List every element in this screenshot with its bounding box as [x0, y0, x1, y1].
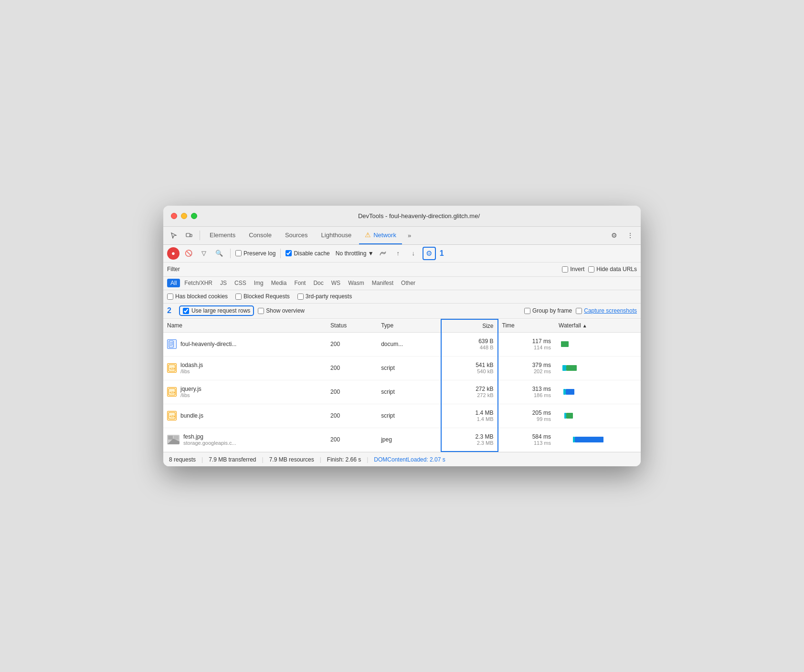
- more-menu-icon[interactable]: ⋮: [624, 229, 637, 242]
- network-settings-button[interactable]: ⚙: [423, 247, 436, 260]
- checkbox-row: Has blocked cookies Blocked Requests 3rd…: [163, 290, 641, 304]
- group-by-frame-label[interactable]: Group by frame: [524, 307, 572, 314]
- tabs-overflow-button[interactable]: »: [404, 232, 415, 239]
- type-btn-all[interactable]: All: [167, 279, 180, 287]
- col-status[interactable]: Status: [327, 319, 377, 333]
- transferred-size: 7.9 MB transferred: [209, 456, 256, 463]
- hide-data-urls-checkbox[interactable]: [588, 266, 594, 273]
- network-table-container: Name Status Type Size Time Waterfall: [163, 319, 641, 452]
- waterfall-bar-container: [559, 335, 637, 354]
- preserve-log-label[interactable]: Preserve log: [235, 250, 275, 257]
- waterfall-bar: [566, 365, 577, 371]
- large-request-rows-label[interactable]: Use large request rows: [191, 307, 250, 314]
- status-cell: 200: [327, 356, 377, 380]
- table-row[interactable]: fesh.jpg storage.googleapis.c... 200 jpe…: [163, 428, 641, 452]
- search-network-icon[interactable]: 🔍: [213, 247, 225, 260]
- type-btn-css[interactable]: CSS: [231, 279, 250, 287]
- type-btn-other[interactable]: Other: [398, 279, 419, 287]
- type-cell: jpeg: [377, 428, 441, 452]
- throttling-select[interactable]: No throttling ▼: [336, 250, 374, 257]
- type-btn-doc[interactable]: Doc: [310, 279, 327, 287]
- close-button[interactable]: [171, 213, 177, 219]
- type-btn-media[interactable]: Media: [268, 279, 290, 287]
- size-main: 1.4 MB: [445, 410, 494, 416]
- settings-icon[interactable]: ⚙: [607, 229, 621, 242]
- status-cell: 200: [327, 404, 377, 428]
- finish-time: Finish: 2.66 s: [327, 456, 361, 463]
- type-btn-ws[interactable]: WS: [328, 279, 344, 287]
- export-icon[interactable]: ↓: [407, 247, 420, 260]
- record-button[interactable]: ●: [167, 247, 180, 260]
- file-name: bundle.js: [180, 412, 203, 419]
- table-row[interactable]: </> lodash.js /libs 200 script 541 kB 54…: [163, 356, 641, 380]
- tab-network[interactable]: ⚠ Network: [359, 226, 402, 244]
- third-party-label[interactable]: 3rd-party requests: [297, 293, 352, 300]
- type-btn-wasm[interactable]: Wasm: [345, 279, 368, 287]
- name-cell: </> lodash.js /libs: [163, 356, 327, 380]
- large-request-rows-checkbox[interactable]: [183, 308, 189, 314]
- type-btn-font[interactable]: Font: [291, 279, 309, 287]
- file-name-block: lodash.js /libs: [180, 362, 203, 374]
- device-icon[interactable]: [182, 229, 196, 242]
- col-waterfall[interactable]: Waterfall: [555, 319, 641, 333]
- size-main: 272 kB: [445, 386, 494, 392]
- size-main: 541 kB: [445, 362, 494, 368]
- type-btn-fetchxhr[interactable]: Fetch/XHR: [181, 279, 216, 287]
- toolbar-right: ⚙ ⋮: [607, 229, 637, 242]
- size-sub: 540 kB: [445, 368, 494, 374]
- tab-lighthouse[interactable]: Lighthouse: [316, 226, 358, 244]
- file-name: lodash.js: [180, 362, 203, 368]
- type-btn-manifest[interactable]: Manifest: [369, 279, 397, 287]
- blocked-requests-label[interactable]: Blocked Requests: [235, 293, 290, 300]
- table-row[interactable]: </> bundle.js 200 script 1.4 MB 1.4 MB 2…: [163, 404, 641, 428]
- tab-console[interactable]: Console: [243, 226, 277, 244]
- doc-icon: [167, 339, 177, 349]
- type-btn-js[interactable]: JS: [217, 279, 230, 287]
- name-cell: </> bundle.js: [163, 404, 327, 428]
- time-main: 379 ms: [502, 362, 551, 368]
- time-cell: 205 ms 99 ms: [498, 404, 555, 428]
- type-btn-img[interactable]: Img: [251, 279, 267, 287]
- has-blocked-checkbox[interactable]: [167, 294, 173, 300]
- disable-cache-label[interactable]: Disable cache: [286, 250, 329, 257]
- size-sub: 2.3 MB: [445, 440, 494, 446]
- clear-button[interactable]: 🚫: [182, 247, 195, 260]
- network-conditions-icon[interactable]: [377, 247, 389, 260]
- show-overview-label[interactable]: Show overview: [258, 307, 305, 314]
- invert-label[interactable]: Invert: [562, 266, 584, 273]
- has-blocked-label[interactable]: Has blocked cookies: [167, 293, 228, 300]
- waterfall-cell: [555, 404, 641, 428]
- cursor-icon[interactable]: [167, 229, 180, 242]
- devtools-tabs: Elements Console Sources Lighthouse ⚠ Ne…: [163, 227, 641, 245]
- filter-icon[interactable]: ▽: [198, 247, 210, 260]
- maximize-button[interactable]: [191, 213, 197, 219]
- minimize-button[interactable]: [181, 213, 187, 219]
- preserve-log-checkbox[interactable]: [235, 250, 242, 256]
- table-row[interactable]: </> jquery.js /libs 200 script 272 kB 27…: [163, 380, 641, 404]
- col-time[interactable]: Time: [498, 319, 555, 333]
- third-party-checkbox[interactable]: [297, 294, 304, 300]
- time-sub: 99 ms: [502, 416, 551, 422]
- show-overview-checkbox[interactable]: [258, 308, 264, 314]
- group-by-frame-checkbox[interactable]: [524, 308, 530, 314]
- svg-text:</>: </>: [169, 367, 175, 371]
- invert-checkbox[interactable]: [562, 266, 568, 273]
- import-icon[interactable]: ↑: [392, 247, 404, 260]
- capture-screenshots-label[interactable]: Capture screenshots: [576, 307, 637, 314]
- col-name[interactable]: Name: [163, 319, 327, 333]
- disable-cache-checkbox[interactable]: [286, 250, 292, 256]
- table-row[interactable]: foul-heavenly-directi... 200 docum... 63…: [163, 332, 641, 356]
- tab-elements[interactable]: Elements: [204, 226, 241, 244]
- blocked-requests-checkbox[interactable]: [235, 294, 242, 300]
- file-name: jquery.js: [180, 386, 201, 392]
- file-name-block: bundle.js: [180, 412, 203, 419]
- col-type[interactable]: Type: [377, 319, 441, 333]
- tab-sources[interactable]: Sources: [279, 226, 314, 244]
- capture-screenshots-checkbox[interactable]: [576, 308, 582, 314]
- img-icon: [167, 435, 180, 444]
- network-table: Name Status Type Size Time Waterfall: [163, 319, 641, 452]
- col-size[interactable]: Size: [441, 319, 498, 333]
- type-cell: script: [377, 356, 441, 380]
- hide-data-urls-label[interactable]: Hide data URLs: [588, 266, 637, 273]
- network-toolbar: ● 🚫 ▽ 🔍 Preserve log Disable cache No th…: [163, 245, 641, 262]
